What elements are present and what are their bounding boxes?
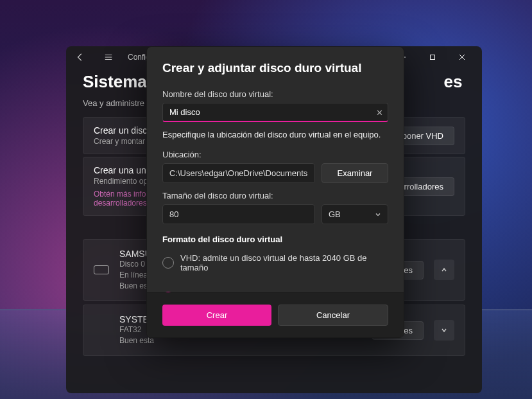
location-input[interactable]: C:\Users\edgar\OneDrive\Documents [162, 163, 315, 183]
disk-icon [94, 265, 109, 274]
back-button[interactable] [71, 48, 89, 66]
close-button[interactable] [447, 47, 477, 67]
size-label: Tamaño del disco duro virtual: [162, 191, 388, 200]
radio-vhd-option[interactable]: VHD: admite un disco virtual de hasta 20… [162, 253, 388, 272]
chevron-down-icon [375, 211, 381, 218]
cancel-button[interactable]: Cancelar [278, 305, 388, 326]
format-section-label: Formato del disco duro virtual [162, 235, 388, 244]
browse-button[interactable]: Examinar [322, 163, 388, 183]
create-button[interactable]: Crear [162, 305, 271, 326]
maximize-button[interactable] [418, 47, 447, 67]
vhd-name-label: Nombre del disco duro virtual: [162, 89, 388, 99]
radio-vhdx-option[interactable] [162, 292, 388, 292]
radio-vhd-label: VHD: admite un disco virtual de hasta 20… [180, 253, 388, 272]
dialog-title: Crear y adjuntar disco duro virtual [162, 61, 388, 75]
size-unit-select[interactable]: GB [322, 204, 388, 224]
expand-button[interactable] [434, 260, 454, 280]
clear-input-icon[interactable]: ✕ [376, 108, 383, 118]
location-label: Ubicación: [162, 150, 388, 159]
hamburger-button[interactable] [99, 48, 117, 66]
radio-icon [162, 292, 174, 292]
location-info-text: Especifique la ubicación del disco duro … [162, 130, 388, 139]
vhd-name-input[interactable] [162, 103, 388, 122]
svg-rect-0 [431, 55, 435, 60]
expand-button[interactable] [434, 320, 454, 341]
radio-icon [162, 257, 174, 269]
create-vhd-dialog: Crear y adjuntar disco duro virtual Nomb… [146, 46, 404, 338]
size-input[interactable]: 80 [162, 204, 315, 224]
